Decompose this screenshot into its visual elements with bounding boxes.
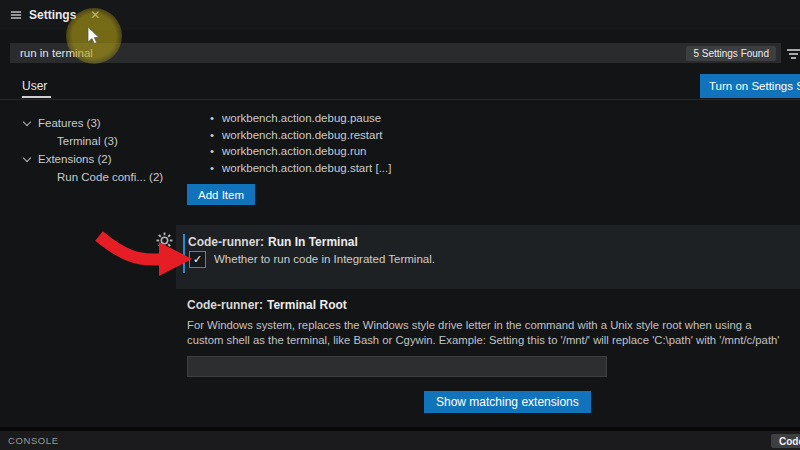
- list-item[interactable]: workbench.action.debug.restart: [210, 127, 391, 144]
- list-item[interactable]: workbench.action.debug.pause: [210, 110, 391, 127]
- setting-description: For Windows system, replaces the Windows…: [187, 318, 787, 347]
- close-icon[interactable]: ✕: [90, 8, 100, 22]
- toc-item-label: Run Code confi... (2): [57, 171, 163, 183]
- run-in-terminal-checkbox[interactable]: ✓: [189, 251, 206, 268]
- tab-title: Settings: [29, 8, 76, 22]
- setting-row-run-in-terminal: Code-runner:Run In Terminal ✓ Whether to…: [176, 225, 800, 289]
- setting-name: Terminal Root: [267, 298, 347, 312]
- setting-list-items: workbench.action.debug.pause workbench.a…: [210, 110, 391, 176]
- chevron-down-icon: [23, 117, 31, 125]
- tab-user-active-underline: [22, 96, 51, 98]
- toc-item-label: Features (3): [38, 117, 101, 129]
- toc-item-terminal[interactable]: Terminal (3): [14, 132, 163, 150]
- setting-title: Code-runner:Run In Terminal: [188, 235, 358, 249]
- terminal-root-input[interactable]: [187, 356, 607, 377]
- tab-strip-divider: [0, 99, 800, 100]
- toc-item-features[interactable]: Features (3): [14, 114, 163, 132]
- settings-search-input[interactable]: run in terminal 5 Settings Found: [10, 43, 781, 63]
- modified-setting-accent-bar: [183, 234, 185, 273]
- console-panel-label: CONSOLE: [8, 435, 59, 446]
- list-item-text: workbench.action.debug.run: [222, 145, 367, 157]
- toc-item-extensions[interactable]: Extensions (2): [14, 150, 163, 168]
- settings-sliders-icon: [10, 9, 22, 21]
- toc-item-label: Terminal (3): [57, 135, 118, 147]
- vscode-settings-editor: Settings ✕ run in terminal 5 Settings Fo…: [0, 0, 800, 450]
- list-item[interactable]: workbench.action.debug.start [...]: [210, 160, 391, 177]
- search-query-text: run in terminal: [20, 47, 93, 59]
- code-chip-button[interactable]: Code: [771, 434, 800, 448]
- setting-name: Run In Terminal: [268, 235, 358, 249]
- turn-on-settings-sync-button[interactable]: Turn on Settings Sync: [700, 74, 800, 98]
- toc-item-run-code-config[interactable]: Run Code confi... (2): [14, 168, 163, 186]
- console-panel-bar: CONSOLE: [0, 431, 800, 450]
- list-item-text: workbench.action.debug.restart: [222, 129, 382, 141]
- setting-row-terminal-root: Code-runner:Terminal Root For Windows sy…: [187, 298, 793, 347]
- setting-description: Whether to run code in Integrated Termin…: [214, 253, 435, 265]
- filter-icon[interactable]: [787, 46, 800, 64]
- setting-category: Code-runner:: [187, 298, 263, 312]
- tab-settings[interactable]: Settings ✕: [10, 0, 100, 30]
- settings-toc-tree: Features (3) Terminal (3) Extensions (2)…: [14, 114, 163, 186]
- list-item-text: workbench.action.debug.start [...]: [222, 162, 391, 174]
- add-item-button[interactable]: Add Item: [187, 184, 255, 205]
- chevron-down-icon: [23, 153, 31, 161]
- checkmark-icon: ✓: [193, 253, 202, 266]
- tab-user[interactable]: User: [22, 79, 47, 93]
- setting-category: Code-runner:: [188, 235, 264, 249]
- toc-item-label: Extensions (2): [38, 153, 112, 165]
- list-item-text: workbench.action.debug.pause: [222, 112, 381, 124]
- settings-found-badge: 5 Settings Found: [686, 46, 776, 61]
- show-matching-extensions-button[interactable]: Show matching extensions: [424, 391, 591, 413]
- list-item[interactable]: workbench.action.debug.run: [210, 143, 391, 160]
- setting-title: Code-runner:Terminal Root: [187, 298, 793, 312]
- gear-icon[interactable]: [156, 232, 173, 249]
- editor-tab-bar: Settings ✕: [0, 0, 800, 30]
